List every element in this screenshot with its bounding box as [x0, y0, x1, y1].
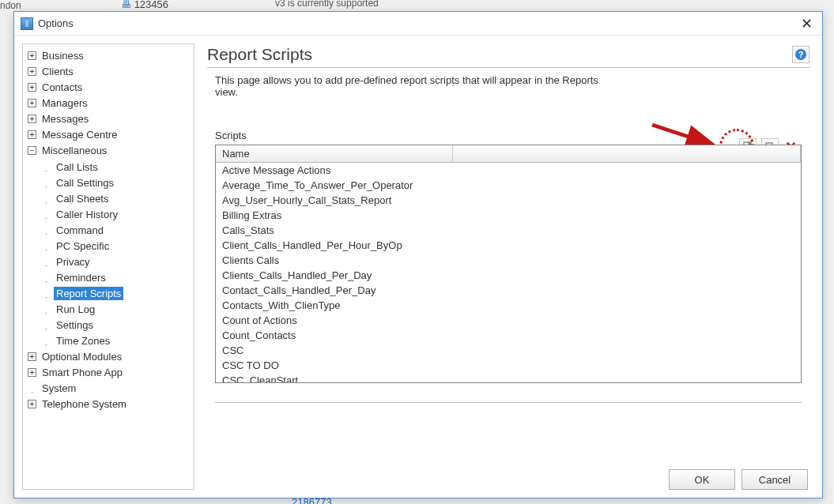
tree-node[interactable]: +Optional Modules: [28, 348, 194, 364]
tree-node-label[interactable]: PC Specific: [54, 239, 111, 253]
help-icon: ?: [795, 49, 806, 60]
tree-node[interactable]: +Telephone System: [28, 396, 194, 412]
expand-icon[interactable]: +: [28, 400, 36, 408]
tree-node-label[interactable]: Caller History: [54, 208, 120, 221]
tree-node-label[interactable]: Time Zones: [54, 334, 112, 348]
tree-connector: ·: [42, 305, 51, 314]
tree-node-label[interactable]: Call Lists: [54, 160, 100, 174]
tree-node[interactable]: ·Call Lists: [42, 158, 194, 174]
cancel-button[interactable]: Cancel: [742, 469, 808, 490]
script-row[interactable]: Contacts_With_ClienType: [216, 298, 801, 313]
content-pane: Report Scripts ? This page allows you to…: [201, 36, 822, 498]
script-row[interactable]: Count_Contacts: [216, 328, 801, 343]
tree-connector: ·: [42, 194, 51, 203]
tree-node-label[interactable]: Optional Modules: [40, 350, 124, 363]
tree-node-label[interactable]: Miscellaneous: [40, 144, 109, 157]
tree-node-label[interactable]: Telephone System: [40, 397, 129, 411]
dialog-title: Options: [38, 17, 74, 29]
tree-node-label[interactable]: Command: [54, 224, 106, 237]
tree-node-label[interactable]: Clients: [40, 65, 76, 78]
tree-node-label[interactable]: Messages: [40, 112, 91, 126]
tree-node[interactable]: ·PC Specific: [42, 238, 194, 254]
titlebar: Options ✕: [14, 12, 822, 36]
tree-node[interactable]: ·Time Zones: [42, 333, 194, 348]
tree-connector: ·: [42, 258, 51, 266]
page-heading: Report Scripts: [207, 45, 312, 64]
ok-button[interactable]: OK: [669, 469, 735, 490]
close-button[interactable]: ✕: [798, 17, 816, 31]
tree-node-label[interactable]: Reminders: [54, 271, 108, 284]
scripts-listview[interactable]: Name Active Message ActionsAverage_Time_…: [215, 145, 802, 383]
expand-icon[interactable]: +: [28, 352, 36, 361]
tree-node-label[interactable]: Message Centre: [40, 128, 119, 141]
script-row[interactable]: CSC: [216, 343, 801, 358]
tree-node[interactable]: +Message Centre: [28, 126, 194, 142]
tree-connector: ·: [42, 179, 51, 187]
tree-node-label[interactable]: Settings: [54, 318, 96, 332]
expand-icon[interactable]: +: [28, 130, 36, 139]
expand-icon[interactable]: +: [28, 99, 36, 107]
script-row[interactable]: Clients_Calls_Handled_Per_Day: [216, 268, 801, 283]
tree-node[interactable]: +Business: [28, 47, 194, 63]
scripts-label: Scripts: [215, 130, 809, 141]
expand-icon[interactable]: +: [28, 115, 36, 123]
script-row[interactable]: Client_Calls_Handled_Per_Hour_ByOp: [216, 238, 801, 253]
script-row[interactable]: Avg_User_Hourly_Call_Stats_Report: [216, 193, 801, 208]
tree-connector: ·: [42, 242, 51, 250]
tree-node-label[interactable]: Managers: [40, 96, 90, 110]
tree-node-label[interactable]: System: [40, 382, 78, 395]
tree-connector: ·: [42, 321, 51, 329]
tree-node[interactable]: ·Caller History: [42, 206, 194, 222]
script-row[interactable]: Clients Calls: [216, 253, 801, 268]
tree-node-label[interactable]: Contacts: [40, 81, 85, 94]
tree-connector: ·: [42, 337, 51, 345]
script-row[interactable]: Billing Extras: [216, 208, 801, 223]
page-description: This page allows you to add pre-defined …: [215, 74, 610, 98]
expand-icon[interactable]: +: [28, 67, 36, 76]
bg-text: ndon: [0, 0, 21, 11]
script-row[interactable]: Calls_Stats: [216, 223, 801, 238]
tree-node[interactable]: −Miscellaneous·Call Lists·Call Settings·…: [28, 142, 194, 348]
tree-node-label[interactable]: Call Settings: [54, 176, 116, 190]
script-row[interactable]: CSC TO DO: [216, 358, 801, 373]
tree-node-label[interactable]: Call Sheets: [54, 192, 111, 205]
column-header-name[interactable]: Name: [216, 145, 453, 162]
script-row[interactable]: Contact_Calls_Handled_Per_Day: [216, 283, 801, 298]
tree-connector: ·: [42, 163, 51, 171]
bg-printer-hint: 🖶 123456: [121, 0, 168, 10]
tree-node[interactable]: ·Call Sheets: [42, 190, 194, 206]
tree-connector: ·: [42, 273, 51, 282]
tree-connector: ·: [42, 289, 51, 298]
tree-node-label[interactable]: Privacy: [54, 255, 92, 269]
tree-node[interactable]: ·Run Log: [42, 301, 194, 317]
tree-node[interactable]: +Smart Phone App: [28, 364, 194, 380]
tree-node[interactable]: ·Settings: [42, 317, 194, 333]
script-row[interactable]: Average_Time_To_Answer_Per_Operator: [216, 178, 801, 193]
tree-node[interactable]: +Clients: [28, 63, 194, 79]
bg-snippet: v3 is currently supported: [275, 0, 379, 9]
script-row[interactable]: Active Message Actions: [216, 163, 801, 178]
expand-icon[interactable]: +: [28, 83, 36, 92]
tree-node[interactable]: ·Report Scripts: [42, 285, 194, 301]
tree-node[interactable]: ·Command: [42, 222, 194, 238]
expand-icon[interactable]: +: [28, 368, 36, 377]
tree-node-label[interactable]: Report Scripts: [54, 287, 123, 300]
tree-node[interactable]: +Messages: [28, 111, 194, 126]
options-tree[interactable]: +Business+Clients+Contacts+Managers+Mess…: [22, 43, 194, 490]
tree-node[interactable]: ·Privacy: [42, 254, 194, 269]
expand-icon[interactable]: +: [28, 51, 36, 60]
tree-connector: ·: [28, 384, 36, 393]
tree-node-label[interactable]: Business: [40, 49, 86, 62]
tree-node[interactable]: +Managers: [28, 95, 194, 111]
tree-node-label[interactable]: Smart Phone App: [40, 366, 125, 379]
tree-node[interactable]: +Contacts: [28, 79, 194, 95]
script-row[interactable]: CSC_CleanStart: [216, 373, 801, 382]
tree-node-label[interactable]: Run Log: [54, 303, 97, 316]
tree-node[interactable]: ·Reminders: [42, 269, 194, 285]
tree-node[interactable]: ·System: [28, 380, 194, 396]
help-button[interactable]: ?: [792, 46, 809, 63]
collapse-icon[interactable]: −: [28, 146, 36, 155]
script-row[interactable]: Count of Actions: [216, 313, 801, 328]
column-header-spacer: [453, 145, 801, 162]
tree-node[interactable]: ·Call Settings: [42, 175, 194, 190]
